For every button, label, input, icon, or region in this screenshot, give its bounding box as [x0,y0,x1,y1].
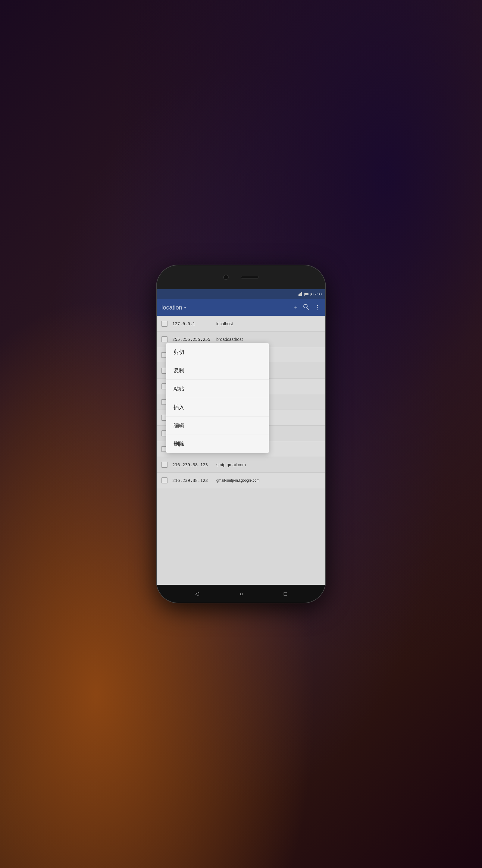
signal-icon [298,292,302,296]
status-bar: 17:33 [157,289,325,299]
dropdown-arrow-icon: ▾ [184,305,186,310]
svg-rect-3 [301,292,302,296]
toolbar-title-area[interactable]: location ▾ [161,304,294,311]
front-camera [223,275,229,280]
context-menu-insert[interactable]: 插入 [166,398,269,416]
svg-rect-0 [298,294,298,296]
context-menu-paste[interactable]: 粘贴 [166,380,269,398]
svg-rect-1 [299,293,300,296]
add-button[interactable]: + [294,304,298,311]
context-menu-delete[interactable]: 删除 [166,435,269,453]
battery-indicator [304,293,311,296]
back-button[interactable]: ◁ [195,590,199,597]
context-menu: 剪切 复制 粘贴 插入 编辑 删除 [166,343,269,453]
nav-bar: ◁ ○ □ [157,585,325,603]
context-menu-copy[interactable]: 复制 [166,361,269,380]
svg-point-4 [304,304,307,308]
location-title: location [161,304,182,311]
screen: 17:33 location ▾ + ⋮ [157,289,325,585]
toolbar-actions: + ⋮ [294,304,321,311]
context-menu-cut[interactable]: 剪切 [166,343,269,361]
hosts-list-area: 127.0.0.1 localhost 255.255.255.255 broa… [157,316,325,585]
app-toolbar: location ▾ + ⋮ [157,299,325,316]
svg-line-5 [307,308,309,310]
phone-device: 17:33 location ▾ + ⋮ [157,265,325,603]
svg-rect-2 [300,293,301,296]
context-menu-edit[interactable]: 编辑 [166,416,269,435]
battery-fill [305,293,309,295]
battery-icon [304,293,311,296]
status-time: 17:33 [313,292,322,296]
home-button[interactable]: ○ [240,591,243,597]
phone-top [157,265,325,289]
more-options-button[interactable]: ⋮ [315,304,321,311]
search-button[interactable] [303,304,309,311]
recents-button[interactable]: □ [284,591,287,597]
speaker [241,276,259,278]
